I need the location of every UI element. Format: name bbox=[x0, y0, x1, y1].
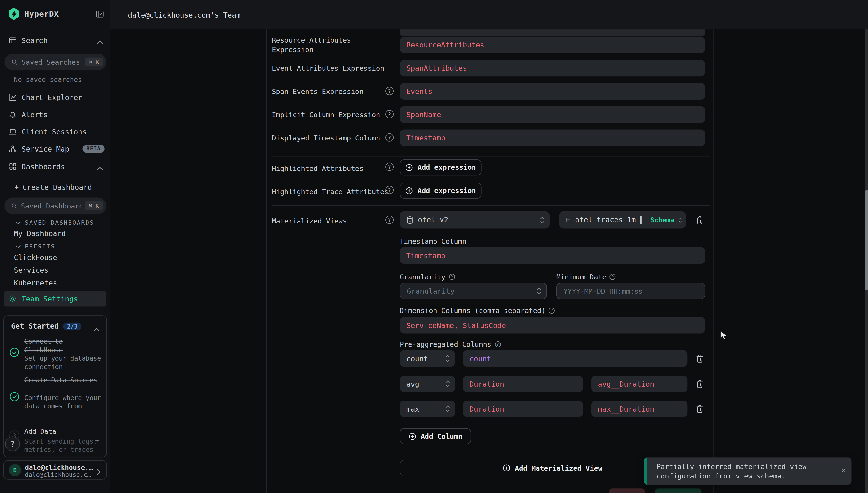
delete-column-trash-icon[interactable] bbox=[692, 401, 708, 416]
delete-column-trash-icon[interactable] bbox=[692, 351, 708, 366]
get-started-chevron-up-icon[interactable] bbox=[94, 323, 100, 334]
sidebar-item-preset-kubernetes[interactable]: Kubernetes bbox=[14, 279, 57, 287]
dashboards-section-chevron-up-icon[interactable] bbox=[97, 163, 103, 173]
help-icon[interactable]: ? bbox=[610, 274, 616, 280]
scrolled-input-sliver[interactable] bbox=[399, 29, 705, 36]
dashboards-icon bbox=[9, 163, 17, 170]
implicit-column-input[interactable]: SpanName bbox=[399, 106, 705, 123]
sidebar-item-client-sessions[interactable]: Client Sessions bbox=[9, 125, 87, 138]
sidebar-item-service-map[interactable]: Service Map BETA bbox=[9, 142, 105, 155]
help-icon[interactable]: ? bbox=[385, 87, 394, 95]
dimension-separator: , bbox=[454, 321, 463, 329]
help-icon[interactable]: ? bbox=[549, 307, 555, 314]
plus-circle-icon bbox=[502, 464, 510, 472]
input-value: count bbox=[469, 354, 491, 363]
add-column-button[interactable]: Add Column bbox=[399, 428, 471, 444]
app-logo[interactable]: HyperDX bbox=[8, 8, 59, 20]
dimension-columns-input[interactable]: ServiceName, StatusCode bbox=[399, 317, 705, 334]
presets-group-header[interactable]: PRESETS bbox=[16, 243, 55, 250]
minimum-date-input[interactable]: YYYY-MM-DD HH:mm:ss bbox=[556, 283, 705, 299]
plus-icon: + bbox=[14, 183, 19, 191]
select-value: max bbox=[406, 405, 419, 413]
team-title: dale@clickhouse.com's Team bbox=[128, 11, 241, 19]
delete-source-button[interactable]: Delete bbox=[609, 488, 645, 493]
text-caret bbox=[641, 216, 641, 224]
dimension-value: StatusCode bbox=[462, 321, 506, 329]
span-events-input[interactable]: Events bbox=[399, 83, 705, 100]
select-chevrons-icon bbox=[679, 216, 682, 224]
saved-searches-input[interactable]: Saved Searches ⌘ K bbox=[4, 54, 106, 70]
user-menu[interactable]: D dale@clickhouse.… dale@clickhouse.c… bbox=[3, 460, 107, 480]
sidebar-item-team-settings[interactable]: Team Settings bbox=[4, 291, 106, 306]
sidebar-item-dashboards[interactable]: Dashboards bbox=[9, 160, 65, 173]
sidebar-item-alerts[interactable]: Alerts bbox=[9, 108, 48, 121]
sidebar-item-preset-services[interactable]: Services bbox=[14, 266, 48, 274]
beta-badge: BETA bbox=[83, 145, 105, 153]
preagg-expr-input[interactable]: Duration bbox=[463, 376, 583, 392]
preagg-fn-select[interactable]: max bbox=[399, 401, 455, 417]
preagg-fn-select[interactable]: count bbox=[399, 350, 455, 367]
help-icon[interactable]: ? bbox=[495, 341, 501, 347]
service-map-icon bbox=[9, 145, 17, 153]
button-label: Add Column bbox=[421, 432, 462, 440]
save-source-button[interactable]: Save Source bbox=[655, 488, 702, 493]
delete-column-trash-icon[interactable] bbox=[692, 376, 708, 391]
delete-mv-trash-icon[interactable] bbox=[692, 212, 708, 228]
bell-icon bbox=[9, 111, 17, 119]
scrollbar-track[interactable] bbox=[865, 29, 868, 493]
mv-table-combobox[interactable]: otel_traces_1m Schema bbox=[559, 211, 686, 229]
get-started-item-title[interactable]: Create Data Sources bbox=[24, 376, 103, 385]
input-value: SpanAttributes bbox=[406, 64, 467, 72]
help-button[interactable]: ? bbox=[5, 436, 20, 451]
sidebar-item-label: Service Map bbox=[22, 145, 69, 153]
mv-database-select[interactable]: otel_v2 bbox=[399, 211, 550, 229]
saved-dashboards-input[interactable]: Saved Dashboards ⌘ K bbox=[4, 198, 106, 214]
get-started-item-subtitle: Set up your database connection bbox=[24, 355, 103, 371]
preagg-fn-select[interactable]: avg bbox=[399, 376, 455, 392]
displayed-timestamp-input[interactable]: Timestamp bbox=[399, 130, 705, 146]
field-label: Event Attributes Expression bbox=[272, 64, 393, 73]
saved-dashboards-group-header[interactable]: SAVED DASHBOARDS bbox=[16, 219, 94, 226]
mouse-cursor bbox=[720, 330, 728, 341]
resource-attributes-input[interactable]: ResourceAttributes bbox=[399, 37, 705, 53]
sidebar-item-preset-clickhouse[interactable]: ClickHouse bbox=[14, 253, 57, 261]
granularity-select[interactable]: Granularity bbox=[399, 283, 547, 299]
toast-message: Partially inferred materialized view con… bbox=[657, 462, 806, 481]
preagg-expr-input[interactable]: Duration bbox=[463, 401, 583, 417]
mv-timestamp-input[interactable]: Timestamp bbox=[399, 247, 705, 264]
sidebar-item-search[interactable]: Search bbox=[9, 34, 105, 47]
preagg-alias-input[interactable]: max__Duration bbox=[591, 401, 688, 417]
help-icon[interactable]: ? bbox=[385, 163, 394, 171]
preagg-expr-input[interactable]: count bbox=[463, 350, 688, 367]
hyperdx-logo-icon bbox=[8, 8, 19, 20]
add-expression-button[interactable]: Add expression bbox=[399, 159, 481, 175]
help-icon[interactable]: ? bbox=[385, 133, 394, 142]
get-started-card: Get Started 2/3 Connect to ClickHouse Se… bbox=[3, 315, 107, 457]
preagg-alias-input[interactable]: avg__Duration bbox=[591, 376, 688, 392]
input-value: ResourceAttributes bbox=[406, 41, 484, 49]
select-value: count bbox=[406, 354, 428, 363]
get-started-item-subtitle: Configure where your data comes from bbox=[24, 394, 103, 411]
no-saved-searches-text: No saved searches bbox=[14, 76, 82, 84]
get-started-item-title[interactable]: Add Data bbox=[24, 428, 103, 435]
create-dashboard-button[interactable]: + Create Dashboard bbox=[14, 180, 92, 194]
sidebar-collapse-icon[interactable] bbox=[96, 10, 104, 20]
sidebar-item-my-dashboard[interactable]: My Dashboard bbox=[14, 230, 66, 238]
close-icon[interactable]: ✕ bbox=[842, 466, 846, 474]
schema-toggle[interactable]: Schema bbox=[650, 216, 674, 224]
help-icon[interactable]: ? bbox=[449, 274, 455, 280]
add-trace-expression-button[interactable]: Add expression bbox=[399, 183, 481, 198]
search-section-chevron-up-icon[interactable] bbox=[97, 37, 103, 47]
event-attributes-input[interactable]: SpanAttributes bbox=[399, 60, 705, 77]
sidebar-item-label: Search bbox=[22, 36, 47, 45]
section-divider bbox=[272, 205, 710, 206]
help-icon[interactable]: ? bbox=[385, 216, 394, 224]
arrow-right-icon[interactable]: → bbox=[95, 436, 99, 444]
scrollbar-thumb[interactable] bbox=[865, 190, 868, 291]
get-started-item-title[interactable]: Connect to ClickHouse bbox=[24, 337, 103, 355]
sidebar-item-chart-explorer[interactable]: Chart Explorer bbox=[9, 91, 82, 104]
get-started-header[interactable]: Get Started 2/3 bbox=[11, 322, 81, 330]
granularity-label: Granularity ? bbox=[399, 273, 455, 281]
help-icon[interactable]: ? bbox=[385, 110, 394, 119]
help-icon[interactable]: ? bbox=[385, 186, 394, 194]
